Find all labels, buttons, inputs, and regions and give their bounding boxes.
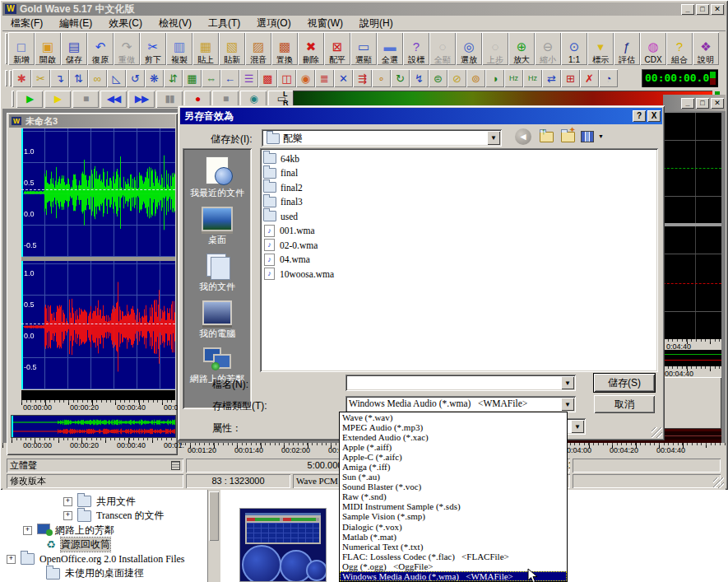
toolbar-button-置換[interactable]: ▩置換 <box>271 32 298 65</box>
toolbar-button-貼上[interactable]: ▦貼上 <box>192 32 219 65</box>
minimize-button[interactable]: _ <box>681 4 694 15</box>
sidebar-item-桌面[interactable]: 桌面 <box>183 207 252 246</box>
menu-item[interactable]: 編輯(E) <box>51 15 100 32</box>
channel-toggle-icon[interactable] <box>171 461 180 470</box>
chevron-down-icon[interactable]: ▼ <box>571 420 584 433</box>
effect-tool-icon-8[interactable]: ❋ <box>145 69 164 87</box>
filetype-option[interactable]: Apple-C (*.aifc) <box>340 452 567 462</box>
expand-icon[interactable] <box>23 526 32 535</box>
new-folder-icon[interactable]: ✦ <box>558 128 574 143</box>
tree-item[interactable]: Transcen 的文件 <box>0 510 165 523</box>
close-button[interactable]: ✕ <box>711 4 724 15</box>
menu-item[interactable]: 視窗(W) <box>299 15 351 32</box>
toolbar-button-複製[interactable]: ▥複製 <box>166 32 192 65</box>
filetype-option[interactable]: MIDI Instrument Sample (*.sds) <box>340 501 567 511</box>
close-icon[interactable]: X <box>647 110 661 122</box>
wave-overview[interactable] <box>12 416 175 437</box>
filetype-option[interactable]: Amiga (*.iff) <box>340 462 567 472</box>
expand-icon[interactable] <box>7 555 16 564</box>
toolbar-button-新增[interactable]: ◻新增 <box>8 32 35 65</box>
filetype-option[interactable]: Extended Audio (*.xac) <box>340 432 567 442</box>
toolbar-button-1:1[interactable]: ⊙1:1 <box>561 32 587 65</box>
effect-tool-icon-11[interactable]: ⇔ <box>202 69 220 87</box>
toolbar-button-評估[interactable]: ƒ評估 <box>614 32 640 65</box>
toolbar-grip[interactable] <box>9 70 12 86</box>
menu-item[interactable]: 說明(H) <box>351 15 401 32</box>
transport-rewind-button[interactable]: ◀◀ <box>100 91 127 108</box>
effect-tool-icon-3[interactable]: ↴ <box>50 69 69 87</box>
filetype-option[interactable]: Raw (*.snd) <box>340 491 567 501</box>
effect-tool-icon-23[interactable]: ⊜ <box>429 69 447 87</box>
effect-tool-icon-17[interactable]: ≣ <box>315 69 334 87</box>
toolbar-grip[interactable] <box>5 33 7 64</box>
effect-tool-icon-22[interactable]: ↯ <box>410 69 429 87</box>
effect-tool-icon-32[interactable]: ◔ <box>599 69 618 87</box>
toolbar-button-組合[interactable]: ?組合 <box>666 32 693 65</box>
filetype-option[interactable]: Sample Vision (*.smp) <box>340 511 567 521</box>
filetype-option[interactable]: MPEG Audio (*.mp3) <box>340 422 567 432</box>
toolbar-grip[interactable] <box>12 91 14 107</box>
filetype-option[interactable]: Dialogic (*.vox) <box>340 522 567 532</box>
effect-tool-icon-29[interactable]: ⇄ <box>542 69 561 87</box>
effect-tool-icon-26[interactable]: ◑ <box>485 69 504 87</box>
toolbar-button-儲存[interactable]: ▤儲存 <box>61 32 87 65</box>
effect-tool-icon-27[interactable]: Hz <box>504 69 523 87</box>
effect-tool-icon-7[interactable]: ↺ <box>126 69 145 87</box>
transport-play-selection-button[interactable]: ▶ <box>44 91 71 108</box>
effect-tool-icon-16[interactable]: ◉ <box>296 69 315 87</box>
menu-item[interactable]: 選項(O) <box>248 15 299 32</box>
effect-tool-icon-21[interactable]: ↻ <box>391 69 410 87</box>
file-item[interactable]: ♪04.wma <box>262 253 656 268</box>
tree-scrollbar[interactable] <box>207 490 220 582</box>
effect-tool-icon-12[interactable]: ← <box>220 69 239 87</box>
help-icon[interactable]: ? <box>633 110 646 122</box>
up-folder-icon[interactable]: ↑ <box>536 128 553 143</box>
image-preview-thumbnail[interactable] <box>239 508 327 582</box>
effect-tool-icon-20[interactable]: ∘ <box>372 69 391 87</box>
toolbar-button-刪除[interactable]: ✖刪除 <box>298 32 324 65</box>
effect-tool-icon-9[interactable]: ⇵ <box>164 69 183 87</box>
tree-item[interactable]: 共用文件 <box>0 495 136 508</box>
toolbar-button-說明[interactable]: ❖說明 <box>693 32 719 65</box>
toolbar-grip[interactable] <box>5 70 7 86</box>
sidebar-item-我的文件[interactable]: 我的文件 <box>183 254 252 293</box>
maximize-button[interactable]: □ <box>696 4 709 15</box>
filetype-option[interactable]: FLAC: Lossless Codec (*.flac) <FLACFile> <box>340 552 567 561</box>
tree-item[interactable]: 未使用的桌面捷徑 <box>0 567 144 580</box>
filetype-option[interactable]: Numerical Text (*.txt) <box>340 542 567 552</box>
filetype-option[interactable]: Wave (*.wav) <box>340 412 567 422</box>
toolbar-button-貼新[interactable]: ▧貼新 <box>219 32 245 65</box>
minimize-button[interactable]: _ <box>681 98 694 109</box>
toolbar-button-全選[interactable]: ▬全選 <box>377 32 403 65</box>
tree-item[interactable]: OpenOffice.org 2.0 Installation Files <box>0 552 185 566</box>
chevron-down-icon[interactable]: ▼ <box>561 376 574 389</box>
effect-tool-icon-2[interactable]: ✂ <box>31 69 50 87</box>
background-wave-window-title-bar[interactable]: _ □ ✕ <box>663 95 726 111</box>
transport-play-button[interactable]: ▶ <box>16 91 43 108</box>
effect-tool-icon-30[interactable]: ⊞ <box>561 69 580 87</box>
toolbar-button-選顯[interactable]: ▭選顯 <box>350 32 377 65</box>
scrollbar-thumb[interactable] <box>209 491 219 541</box>
effect-tool-icon-18[interactable]: ✕ <box>334 69 353 87</box>
toolbar-button-標示[interactable]: ▾標示 <box>587 32 614 65</box>
effect-tool-icon-14[interactable]: ▩ <box>258 69 277 87</box>
cancel-button[interactable]: 取消 <box>594 395 655 413</box>
wave-window-title-bar[interactable]: W 未命名3 <box>9 114 175 128</box>
waveform-channel-right[interactable]: 1.0 0.5 0.0 -0.5 <box>21 261 175 389</box>
filetype-option[interactable]: Sun (*.au) <box>340 472 567 482</box>
filetype-option[interactable]: Matlab (*.mat) <box>340 532 567 542</box>
tree-item[interactable]: 網路上的芳鄰 <box>0 524 114 537</box>
chevron-down-icon[interactable]: ▼ <box>487 131 500 145</box>
toolbar-button-設標[interactable]: ?設標 <box>403 32 429 65</box>
effect-tool-icon-31[interactable]: ✗ <box>580 69 599 87</box>
dialog-title-bar[interactable]: 另存音效為 ? X <box>180 108 662 124</box>
background-wave-window[interactable] <box>663 113 721 339</box>
file-item[interactable]: final <box>262 166 656 181</box>
menu-item[interactable]: 檢視(V) <box>151 15 200 32</box>
filename-combobox[interactable]: ▼ <box>345 375 576 391</box>
sidebar-item-我最近的文件[interactable]: 我最近的文件 <box>183 156 252 199</box>
effect-tool-icon-13[interactable]: ☰ <box>239 69 258 87</box>
file-item[interactable]: ♪10woosa.wma <box>262 267 656 282</box>
transport-fast-forward-button[interactable]: ▶▶ <box>128 91 155 108</box>
expand-icon[interactable] <box>63 497 72 506</box>
